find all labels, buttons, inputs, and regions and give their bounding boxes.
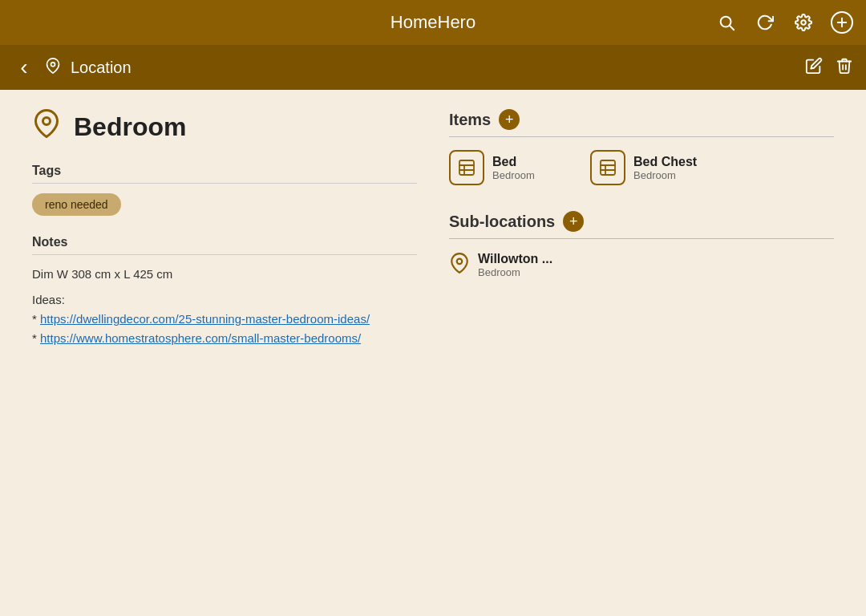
sub-nav-left: ‹ Location — [13, 56, 132, 79]
sublocations-title: Sub-locations — [449, 213, 555, 231]
location-name: Bedroom — [74, 112, 186, 142]
main-content: Bedroom Tags reno needed Notes Dim W 308… — [0, 90, 866, 387]
delete-icon[interactable] — [836, 57, 853, 78]
item-location-bed-chest: Bedroom — [633, 169, 697, 181]
svg-rect-7 — [459, 160, 474, 175]
notes-section: Notes Dim W 308 cm x L 425 cm Ideas: * h… — [32, 235, 417, 348]
svg-point-2 — [801, 20, 806, 25]
sublocation-list: Willowton ... Bedroom — [449, 252, 834, 278]
item-name-bed-chest: Bed Chest — [633, 155, 697, 169]
svg-line-1 — [730, 26, 734, 30]
refresh-icon[interactable] — [754, 11, 776, 34]
settings-icon[interactable] — [792, 11, 815, 34]
tag-chip: reno needed — [32, 193, 121, 216]
sub-nav-action-icons — [805, 57, 853, 78]
svg-point-15 — [457, 258, 463, 264]
app-title: HomeHero — [391, 12, 475, 33]
item-card-bed-chest[interactable]: Bed Chest Bedroom — [590, 150, 718, 185]
svg-point-5 — [51, 62, 55, 66]
tags-label: Tags — [32, 164, 417, 184]
link-dwelling-decor[interactable]: https://dwellingdecor.com/25-stunning-ma… — [40, 312, 370, 326]
sublocation-card-willowton[interactable]: Willowton ... Bedroom — [449, 252, 834, 278]
items-divider — [449, 136, 834, 137]
location-pin-large-icon — [32, 109, 61, 144]
notes-link-1: * https://dwellingdecor.com/25-stunning-… — [32, 310, 417, 329]
notes-ideas-label: Ideas: — [32, 290, 417, 310]
add-item-button[interactable]: + — [499, 109, 520, 130]
item-location-bed: Bedroom — [492, 169, 535, 181]
items-title: Items — [449, 111, 491, 129]
items-grid: Bed Bedroom Bed Chest Bedroom — [449, 150, 834, 185]
tags-section: Tags reno needed — [32, 164, 417, 216]
notes-label: Notes — [32, 235, 417, 255]
add-sublocation-button[interactable]: + — [563, 211, 584, 232]
sublocations-divider — [449, 238, 834, 239]
sublocations-section-header: Sub-locations + — [449, 211, 834, 232]
items-section-header: Items + — [449, 109, 834, 130]
item-info-bed-chest: Bed Chest Bedroom — [633, 155, 697, 181]
subloc-info-willowton: Willowton ... Bedroom — [478, 252, 552, 278]
link-homestratosphere[interactable]: https://www.homestratosphere.com/small-m… — [40, 331, 361, 345]
add-icon[interactable] — [831, 11, 853, 34]
sub-nav: ‹ Location — [0, 45, 866, 90]
subloc-name-willowton: Willowton ... — [478, 252, 552, 266]
sub-nav-title: Location — [71, 59, 132, 77]
item-card-bed[interactable]: Bed Bedroom — [449, 150, 577, 185]
search-icon[interactable] — [715, 11, 738, 34]
location-pin-icon — [45, 58, 61, 78]
svg-rect-11 — [601, 160, 615, 175]
notes-link-2: * https://www.homestratosphere.com/small… — [32, 329, 417, 348]
top-nav-icons — [715, 11, 853, 34]
item-icon-bed-chest — [590, 150, 625, 185]
notes-text: Dim W 308 cm x L 425 cm Ideas: * https:/… — [32, 265, 417, 348]
subloc-pin-icon — [449, 253, 470, 278]
left-panel: Bedroom Tags reno needed Notes Dim W 308… — [32, 109, 417, 367]
notes-plain: Dim W 308 cm x L 425 cm — [32, 265, 417, 284]
top-nav: HomeHero — [0, 0, 866, 45]
item-name-bed: Bed — [492, 155, 535, 169]
right-panel: Items + Bed Bedroom — [449, 109, 834, 367]
sublocations-section: Sub-locations + Willowton ... Bedroom — [449, 211, 834, 278]
item-icon-bed — [449, 150, 484, 185]
subloc-parent-willowton: Bedroom — [478, 266, 552, 278]
location-header: Bedroom — [32, 109, 417, 144]
item-info-bed: Bed Bedroom — [492, 155, 535, 181]
back-icon[interactable]: ‹ — [13, 56, 35, 79]
edit-icon[interactable] — [805, 57, 823, 78]
items-section: Items + Bed Bedroom — [449, 109, 834, 185]
svg-point-6 — [43, 118, 51, 125]
